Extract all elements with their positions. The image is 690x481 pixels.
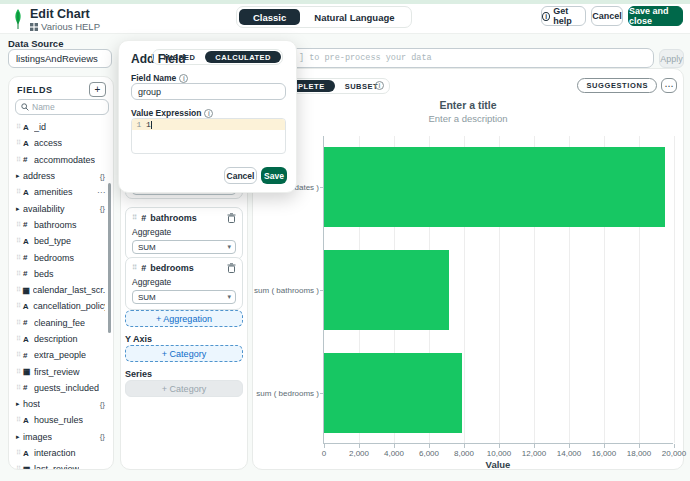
dashboard-breadcrumb[interactable]: Various HELP — [30, 21, 100, 32]
drag-handle-icon[interactable]: ⠿ — [16, 368, 23, 376]
query-input[interactable]: ] to pre-process your data — [252, 48, 654, 68]
x-axis-tick — [569, 444, 570, 448]
field-row[interactable]: ⠿A_id — [9, 119, 113, 135]
field-row[interactable]: ▸host{} — [9, 396, 113, 412]
chart-bar[interactable] — [324, 147, 665, 227]
drag-handle-icon[interactable]: ⠿ — [16, 384, 23, 392]
cancel-button[interactable]: Cancel — [591, 6, 623, 26]
drag-handle-icon[interactable]: ⠿ — [16, 449, 23, 457]
chart-description-placeholder[interactable]: Enter a description — [253, 113, 683, 124]
data-source-select[interactable]: listingsAndReviews — [8, 49, 112, 68]
field-row[interactable]: ⠿▦calendar_last_scr... — [9, 282, 113, 298]
number-type-icon: # — [23, 351, 34, 360]
drag-handle-icon[interactable]: ⠿ — [16, 156, 23, 164]
number-type-icon: # — [23, 253, 34, 262]
chart-bar[interactable] — [324, 353, 462, 433]
expand-chevron-icon[interactable]: ▸ — [16, 433, 23, 441]
field-row[interactable]: ⠿#guests_included — [9, 380, 113, 396]
field-row[interactable]: ⠿Adescription — [9, 331, 113, 347]
tab-missed[interactable]: MISSED — [154, 51, 206, 63]
save-and-close-button[interactable]: Save and close — [628, 6, 683, 26]
string-type-icon: A — [23, 139, 34, 148]
drag-handle-icon[interactable]: ⠿ — [16, 123, 23, 131]
value-expression-editor[interactable]: 1 1 — [131, 118, 286, 154]
aggregate-select[interactable]: SUM — [132, 290, 236, 304]
mode-natural-language[interactable]: Natural Language — [300, 9, 408, 25]
drag-handle-icon[interactable]: ⠿ — [16, 270, 23, 278]
x-tick-label: 4,000 — [384, 449, 404, 458]
field-search-placeholder: Name — [32, 102, 55, 112]
field-row[interactable]: ⠿Ahouse_rules — [9, 412, 113, 428]
more-options-button[interactable]: ⋯ — [661, 78, 677, 93]
expand-chevron-icon[interactable]: ▸ — [16, 205, 23, 213]
add-aggregation-button[interactable]: + Aggregation — [125, 310, 243, 327]
expand-chevron-icon[interactable]: ▸ — [16, 172, 23, 180]
field-name-input[interactable]: group — [131, 83, 286, 100]
get-help-button[interactable]: Get help — [541, 6, 586, 26]
field-row[interactable]: ▸availability{} — [9, 200, 113, 216]
drag-handle-icon[interactable]: ⠿ — [16, 188, 23, 196]
field-row[interactable]: ⠿▦last_review — [9, 461, 113, 469]
number-type-icon: # — [23, 383, 34, 392]
field-name: availability — [23, 204, 65, 214]
drag-handle-icon[interactable]: ⠿ — [16, 139, 23, 147]
field-search-input[interactable]: Name — [15, 99, 109, 115]
aggregation-card-bathrooms[interactable]: ⠿ # bathrooms Aggregate SUM — [125, 207, 243, 260]
drag-handle-icon[interactable]: ⠿ — [16, 335, 23, 343]
add-category-button[interactable]: + Category — [125, 345, 243, 362]
chart-preview-panel: COMPLETE SUBSET SUGGESTIONS ⋯ Enter a ti… — [252, 68, 684, 470]
date-type-icon: ▦ — [23, 367, 34, 376]
aggregate-select[interactable]: SUM — [132, 240, 236, 254]
x-tick-label: 14,000 — [557, 449, 581, 458]
drag-handle-icon[interactable]: ⠿ — [16, 319, 23, 327]
field-row[interactable]: ⠿#accommodates — [9, 152, 113, 168]
apply-button[interactable]: Apply — [659, 49, 684, 68]
field-row[interactable]: ⠿▦first_review — [9, 363, 113, 379]
trash-icon[interactable] — [227, 263, 236, 273]
date-type-icon: ▦ — [23, 286, 33, 295]
aggregation-card-bedrooms[interactable]: ⠿ # bedrooms Aggregate SUM — [125, 257, 243, 310]
field-row[interactable]: ⠿Acancellation_policy — [9, 298, 113, 314]
drag-handle-icon[interactable]: ⠿ — [16, 237, 23, 245]
field-row[interactable]: ⠿#bathrooms — [9, 217, 113, 233]
field-row[interactable]: ⠿#beds — [9, 266, 113, 282]
suggestions-button[interactable]: SUGGESTIONS — [577, 78, 657, 93]
field-name: accommodates — [34, 155, 95, 165]
string-type-icon: A — [23, 188, 34, 197]
field-row[interactable]: ▸images{} — [9, 429, 113, 445]
drag-handle-icon[interactable]: ⠿ — [16, 221, 23, 229]
x-tick-label: 8,000 — [454, 449, 474, 458]
aggregate-label: Aggregate — [132, 227, 236, 237]
expand-chevron-icon[interactable]: ▸ — [16, 400, 23, 408]
mode-classic[interactable]: Classic — [239, 9, 300, 25]
field-row[interactable]: ⠿#bedrooms — [9, 249, 113, 265]
field-row[interactable]: ⠿Abed_type — [9, 233, 113, 249]
add-field-modal: Add Field MISSED CALCULATED Field Name g… — [118, 40, 297, 193]
field-row[interactable]: ▸address{} — [9, 168, 113, 184]
add-field-button[interactable]: + — [89, 82, 106, 97]
tab-calculated[interactable]: CALCULATED — [205, 51, 281, 63]
number-type-icon: # — [141, 213, 146, 223]
field-row[interactable]: ⠿#extra_people — [9, 347, 113, 363]
drag-handle-icon[interactable]: ⠿ — [16, 302, 23, 310]
field-row[interactable]: ⠿Aaccess — [9, 135, 113, 151]
field-name: guests_included — [34, 383, 99, 393]
drag-handle-icon[interactable]: ⠿ — [16, 416, 23, 424]
modal-save-button[interactable]: Save — [261, 167, 287, 184]
field-row[interactable]: ⠿Ainteraction — [9, 445, 113, 461]
drag-handle-icon[interactable]: ⠿ — [16, 254, 23, 262]
x-axis-tick — [429, 444, 430, 448]
field-row[interactable]: ⠿Aamenities⋯ — [9, 184, 113, 200]
drag-handle-icon[interactable]: ⠿ — [132, 264, 137, 272]
header-bar: Edit Chart Various HELP Classic Natural … — [0, 4, 690, 34]
field-row[interactable]: ⠿#cleaning_fee — [9, 315, 113, 331]
drag-handle-icon[interactable]: ⠿ — [16, 351, 23, 359]
drag-handle-icon[interactable]: ⠿ — [132, 214, 137, 222]
fields-scrollbar[interactable] — [108, 183, 111, 333]
drag-handle-icon[interactable]: ⠿ — [16, 465, 23, 469]
trash-icon[interactable] — [227, 213, 236, 223]
chart-title-placeholder[interactable]: Enter a title — [253, 99, 683, 111]
chart-bar[interactable] — [324, 250, 449, 330]
modal-cancel-button[interactable]: Cancel — [224, 167, 257, 184]
field-name: bathrooms — [34, 220, 77, 230]
